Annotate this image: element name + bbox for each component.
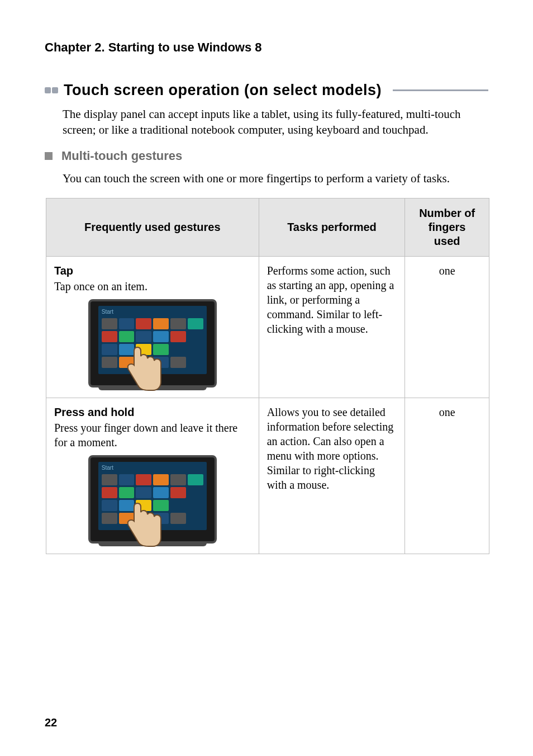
gesture-cell: Tap Tap once on an item. Start bbox=[46, 257, 259, 398]
th-fingers: Number of fingers used bbox=[405, 199, 489, 257]
illus-start-label: Start bbox=[102, 308, 113, 315]
tablet-illustration-icon: Start bbox=[88, 455, 217, 544]
section-heading-row: Touch screen operation (on select models… bbox=[45, 82, 488, 99]
gesture-name: Press and hold bbox=[54, 405, 251, 419]
th-tasks: Tasks performed bbox=[259, 199, 405, 257]
gestures-table: Frequently used gestures Tasks performed… bbox=[46, 198, 489, 554]
illus-start-label: Start bbox=[102, 464, 113, 471]
gesture-desc: Press your finger down and leave it ther… bbox=[54, 422, 237, 448]
table-row: Tap Tap once on an item. Start bbox=[46, 257, 489, 398]
section-intro: The display panel can accept inputs like… bbox=[63, 107, 488, 138]
subsection-title: Multi-touch gestures bbox=[61, 149, 182, 163]
gesture-cell: Press and hold Press your finger down an… bbox=[46, 398, 259, 554]
subsection-heading-row: Multi-touch gestures bbox=[45, 149, 488, 163]
tablet-illustration-icon: Start bbox=[88, 299, 217, 388]
th-gestures: Frequently used gestures bbox=[46, 199, 259, 257]
section-divider-icon bbox=[393, 89, 488, 91]
fingers-cell: one bbox=[405, 398, 489, 554]
fingers-cell: one bbox=[405, 257, 489, 398]
subsection-intro: You can touch the screen with one or mor… bbox=[63, 171, 488, 187]
section-title: Touch screen operation (on select models… bbox=[64, 82, 382, 99]
section-bullet-icon bbox=[45, 87, 58, 93]
table-row: Press and hold Press your finger down an… bbox=[46, 398, 489, 554]
square-bullet-icon bbox=[45, 152, 53, 160]
chapter-title: Chapter 2. Starting to use Windows 8 bbox=[45, 40, 488, 55]
gesture-name: Tap bbox=[54, 263, 251, 278]
task-cell: Allows you to see detailed information b… bbox=[259, 398, 405, 554]
gesture-desc: Tap once on an item. bbox=[54, 280, 147, 292]
page-number: 22 bbox=[45, 716, 57, 729]
task-cell: Performs some action, such as starting a… bbox=[259, 257, 405, 398]
